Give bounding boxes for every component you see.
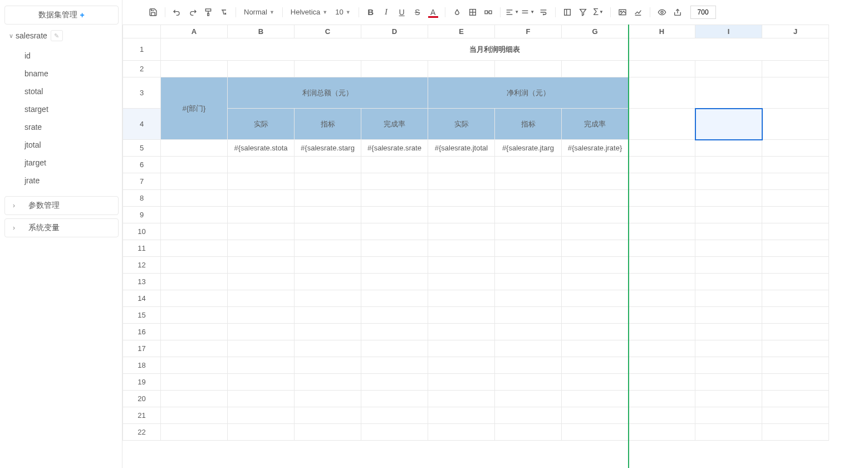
- borders-icon[interactable]: [465, 5, 480, 20]
- cell[interactable]: [762, 257, 829, 274]
- cell[interactable]: [762, 207, 829, 223]
- cell[interactable]: [495, 257, 562, 274]
- cell[interactable]: [762, 290, 829, 307]
- cell[interactable]: [562, 223, 629, 240]
- cell[interactable]: [762, 109, 829, 140]
- cell[interactable]: [762, 340, 829, 357]
- cell[interactable]: [495, 223, 562, 240]
- cell[interactable]: [695, 173, 762, 190]
- cell[interactable]: [495, 61, 562, 77]
- cell[interactable]: [161, 407, 228, 424]
- cell[interactable]: [161, 190, 228, 207]
- cell[interactable]: [361, 374, 428, 391]
- cell[interactable]: [629, 357, 695, 374]
- active-cell[interactable]: [695, 109, 762, 140]
- cell[interactable]: [361, 190, 428, 207]
- cell[interactable]: [562, 407, 629, 424]
- cell[interactable]: [361, 157, 428, 173]
- sub-header-cell[interactable]: 指标: [295, 109, 361, 140]
- group-header-cell[interactable]: 利润总额（元）: [228, 77, 428, 109]
- cell[interactable]: [228, 290, 295, 307]
- cell[interactable]: [161, 357, 228, 374]
- row-header[interactable]: 16: [123, 324, 161, 340]
- cell[interactable]: [161, 290, 228, 307]
- merge-icon[interactable]: [481, 5, 496, 20]
- cell[interactable]: [428, 190, 495, 207]
- cell[interactable]: [762, 274, 829, 290]
- select-all-corner[interactable]: [123, 25, 161, 38]
- cell[interactable]: [161, 223, 228, 240]
- row-header[interactable]: 14: [123, 290, 161, 307]
- cell[interactable]: [228, 324, 295, 340]
- cell[interactable]: [161, 324, 228, 340]
- cell[interactable]: [295, 391, 361, 407]
- cell[interactable]: [295, 223, 361, 240]
- cell[interactable]: [428, 391, 495, 407]
- cell[interactable]: [161, 240, 228, 257]
- cell[interactable]: [361, 424, 428, 441]
- font-color-icon[interactable]: A: [426, 5, 440, 20]
- cell[interactable]: [295, 207, 361, 223]
- cell[interactable]: [295, 357, 361, 374]
- cell[interactable]: [295, 61, 361, 77]
- cell[interactable]: [161, 207, 228, 223]
- cell[interactable]: [562, 157, 629, 173]
- cell[interactable]: [361, 173, 428, 190]
- cell[interactable]: [161, 274, 228, 290]
- cell[interactable]: [295, 374, 361, 391]
- cell[interactable]: [428, 374, 495, 391]
- row-header[interactable]: 15: [123, 307, 161, 324]
- cell[interactable]: [295, 424, 361, 441]
- cell[interactable]: [495, 324, 562, 340]
- fill-color-icon[interactable]: [450, 5, 464, 20]
- redo-icon[interactable]: [185, 5, 200, 20]
- cell[interactable]: [495, 290, 562, 307]
- cell[interactable]: [629, 240, 695, 257]
- cell[interactable]: [428, 340, 495, 357]
- cell[interactable]: [295, 407, 361, 424]
- image-icon[interactable]: [615, 5, 630, 20]
- cell[interactable]: [228, 424, 295, 441]
- cell[interactable]: [295, 257, 361, 274]
- row-header[interactable]: 3: [123, 77, 161, 109]
- sys-var-panel[interactable]: › 系统变量: [4, 218, 119, 237]
- cell[interactable]: [161, 157, 228, 173]
- edit-icon[interactable]: ✎: [51, 30, 63, 41]
- save-icon[interactable]: [146, 5, 160, 20]
- col-header[interactable]: A: [161, 25, 228, 38]
- format-select[interactable]: Normal▼: [241, 7, 278, 17]
- cell[interactable]: [295, 240, 361, 257]
- cell[interactable]: [562, 173, 629, 190]
- field-item[interactable]: stotal: [24, 82, 119, 100]
- formula-icon[interactable]: Σ▼: [591, 5, 606, 20]
- cell[interactable]: [629, 407, 695, 424]
- cell[interactable]: [295, 340, 361, 357]
- font-select[interactable]: Helvetica▼: [287, 7, 331, 17]
- cell[interactable]: [228, 307, 295, 324]
- spreadsheet[interactable]: A B C D E F G H I J 1 当月利润明细表: [122, 25, 868, 468]
- cell[interactable]: [562, 257, 629, 274]
- sub-header-cell[interactable]: 完成率: [562, 109, 629, 140]
- row-header[interactable]: 4: [123, 109, 161, 140]
- cell[interactable]: [562, 307, 629, 324]
- cell[interactable]: [495, 190, 562, 207]
- cell[interactable]: [629, 391, 695, 407]
- field-item[interactable]: jtotal: [24, 136, 119, 154]
- cell[interactable]: [161, 424, 228, 441]
- cell[interactable]: [228, 357, 295, 374]
- cell[interactable]: [228, 407, 295, 424]
- cell[interactable]: [495, 240, 562, 257]
- row-header[interactable]: 6: [123, 157, 161, 173]
- row-header[interactable]: 17: [123, 340, 161, 357]
- cell[interactable]: [428, 407, 495, 424]
- cell[interactable]: [161, 257, 228, 274]
- cell[interactable]: [361, 357, 428, 374]
- row-header[interactable]: 21: [123, 407, 161, 424]
- cell[interactable]: [428, 157, 495, 173]
- cell[interactable]: [361, 307, 428, 324]
- col-header[interactable]: D: [361, 25, 428, 38]
- cell[interactable]: [295, 290, 361, 307]
- cell[interactable]: [295, 157, 361, 173]
- cell[interactable]: [295, 190, 361, 207]
- cell[interactable]: #{salesrate.stota: [228, 140, 295, 157]
